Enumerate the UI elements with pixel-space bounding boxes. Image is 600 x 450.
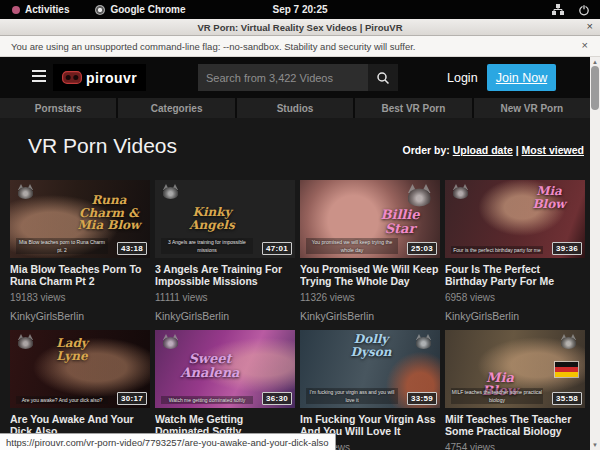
- video-card[interactable]: Mia Blow Four is the perfect birthday pa…: [445, 180, 585, 322]
- scrollbar-thumb[interactable]: [591, 66, 599, 110]
- video-thumbnail[interactable]: Runa Charm & Mia Blow Mia Blow teaches p…: [10, 180, 150, 258]
- video-duration-badge: 33:59: [407, 392, 437, 405]
- video-duration-badge: 35:58: [552, 392, 582, 405]
- chrome-app-menu[interactable]: Google Chrome: [95, 4, 185, 15]
- menu-item-new-vr-porn[interactable]: New VR Porn: [474, 98, 590, 118]
- video-duration-badge: 43:18: [117, 242, 147, 255]
- thumbnail-caption: MILF teaches the teacher some practical …: [451, 388, 543, 404]
- logo-text: pirouvr: [86, 70, 137, 86]
- order-by-separator: |: [516, 144, 519, 156]
- video-thumbnail[interactable]: Kinky Angels 3 Angels are training for i…: [155, 180, 295, 258]
- window-titlebar[interactable]: VR Porn: Virtual Reality Sex Videos | Pi…: [0, 19, 600, 36]
- thumbnail-caption: 3 Angels are training for impossible mis…: [161, 238, 253, 254]
- thumbnail-overlay-title: Runa Charm & Mia Blow: [72, 194, 146, 232]
- video-views: 11326 views: [300, 292, 440, 303]
- video-views: 11111 views: [155, 292, 295, 303]
- site-logo[interactable]: pirouvr: [53, 64, 146, 91]
- window-title: VR Porn: Virtual Reality Sex Videos | Pi…: [197, 22, 402, 33]
- search-input[interactable]: [198, 64, 368, 91]
- thumbnail-caption: Mia Blow teaches porn to Runa Charm pt. …: [16, 238, 108, 254]
- power-icon[interactable]: [578, 4, 590, 16]
- scrollbar-up-arrow-icon[interactable]: ▲: [590, 58, 600, 66]
- window-close-icon[interactable]: ×: [587, 20, 593, 32]
- chrome-icon: [95, 5, 105, 15]
- studio-watermark-cat-icon: [17, 334, 34, 349]
- studio-watermark-cat-icon: [17, 184, 34, 199]
- thumbnail-caption: Watch me getting dominated softly: [161, 396, 253, 404]
- video-card[interactable]: Lady Lyne Are you awake? And your dick a…: [10, 330, 150, 450]
- thumbnail-overlay-title: Billie Star: [368, 208, 432, 235]
- thumbnail-overlay-title: Mia Blow: [519, 185, 579, 210]
- menu-item-categories[interactable]: Categories: [118, 98, 234, 118]
- video-studio-link[interactable]: KinkyGirlsBerlin: [445, 310, 585, 322]
- video-duration-badge: 30:17: [117, 392, 147, 405]
- video-duration-badge: 36:30: [262, 392, 292, 405]
- thumbnail-overlay-title: Lady Lyne: [42, 337, 102, 362]
- video-card[interactable]: Dolly Dyson I'm fucking your virgin ass …: [300, 330, 440, 450]
- video-card[interactable]: Kinky Angels 3 Angels are training for i…: [155, 180, 295, 322]
- menu-item-pornstars[interactable]: Pornstars: [0, 98, 116, 118]
- video-studio-link[interactable]: KinkyGirlsBerlin: [10, 310, 150, 322]
- vr-headset-icon: [62, 71, 82, 84]
- clock[interactable]: Sep 7 20:25: [0, 4, 600, 15]
- video-duration-badge: 25:03: [407, 242, 437, 255]
- studio-watermark-cat-icon: [162, 184, 179, 199]
- video-title[interactable]: 3 Angels Are Training For Impossible Mis…: [155, 263, 295, 287]
- warning-close-icon[interactable]: ×: [582, 39, 588, 51]
- video-card[interactable]: Mia Blow MILF teaches the teacher some p…: [445, 330, 585, 450]
- thumbnail-caption: Are you awake? And your dick also?: [16, 396, 108, 404]
- join-now-button[interactable]: Join Now: [487, 64, 556, 91]
- order-by-most-viewed-link[interactable]: Most viewed: [522, 144, 584, 156]
- order-by-label: Order by:: [402, 144, 449, 156]
- video-views: 4754 views: [445, 442, 585, 450]
- main-menu: Pornstars Categories Studios Best VR Por…: [0, 98, 590, 118]
- network-icon[interactable]: [552, 4, 564, 15]
- search-button[interactable]: [368, 64, 398, 91]
- chrome-app-label: Google Chrome: [110, 4, 185, 15]
- video-title[interactable]: Mia Blow Teaches Porn To Runa Charm Pt 2: [10, 263, 150, 287]
- studio-watermark-cat-icon: [415, 334, 432, 349]
- thumbnail-overlay-title: Sweet Analena: [173, 352, 247, 379]
- video-views: 19183 views: [10, 292, 150, 303]
- thumbnail-overlay-title: Dolly Dyson: [338, 333, 404, 358]
- video-thumbnail[interactable]: Mia Blow MILF teaches the teacher some p…: [445, 330, 585, 408]
- studio-watermark-cat-icon: [162, 334, 179, 349]
- order-by-upload-date-link[interactable]: Upload date: [453, 144, 513, 156]
- video-studio-link[interactable]: KinkyGirlsBerlin: [300, 310, 440, 322]
- video-title[interactable]: Four Is The Perfect Birthday Party For M…: [445, 263, 585, 287]
- video-thumbnail[interactable]: Billie Star You promised we will keep tr…: [300, 180, 440, 258]
- warning-message: You are using an unsupported command-lin…: [11, 41, 416, 52]
- thumbnail-overlay-title: Kinky Angels: [181, 206, 243, 231]
- menu-item-best-vr-porn[interactable]: Best VR Porn: [355, 98, 471, 118]
- video-card[interactable]: Runa Charm & Mia Blow Mia Blow teaches p…: [10, 180, 150, 322]
- studio-watermark-cat-icon: [560, 334, 577, 349]
- video-thumbnail[interactable]: Dolly Dyson I'm fucking your virgin ass …: [300, 330, 440, 408]
- video-thumbnail[interactable]: Sweet Analena Watch me getting dominated…: [155, 330, 295, 408]
- thumbnail-caption: Four is the perfect birthday party for m…: [451, 246, 543, 254]
- menu-item-studios[interactable]: Studios: [237, 98, 353, 118]
- video-thumbnail[interactable]: Mia Blow Four is the perfect birthday pa…: [445, 180, 585, 258]
- scrollbar-down-arrow-icon[interactable]: ▼: [590, 441, 600, 449]
- hamburger-menu-icon[interactable]: [32, 70, 46, 82]
- studio-watermark-cat-icon: [407, 184, 433, 207]
- system-top-bar: Activities Google Chrome Sep 7 20:25: [0, 0, 600, 19]
- page-title: VR Porn Videos: [28, 134, 177, 158]
- status-bar-url: https://pirouvr.com/vr-porn-video/779325…: [0, 433, 336, 450]
- video-card[interactable]: Billie Star You promised we will keep tr…: [300, 180, 440, 322]
- chrome-warning-bar: You are using an unsupported command-lin…: [0, 36, 600, 57]
- video-title[interactable]: Milf Teaches The Teacher Some Practical …: [445, 413, 585, 437]
- thumbnail-caption: You promised we will keep trying the who…: [306, 238, 398, 254]
- video-card[interactable]: Sweet Analena Watch me getting dominated…: [155, 330, 295, 450]
- login-link[interactable]: Login: [441, 57, 484, 98]
- video-views: 6958 views: [445, 292, 585, 303]
- video-studio-link[interactable]: KinkyGirlsBerlin: [155, 310, 295, 322]
- browser-scrollbar[interactable]: ▲ ▼: [590, 57, 600, 450]
- video-title[interactable]: You Promised We Will Keep Trying The Who…: [300, 263, 440, 287]
- search-icon: [376, 71, 390, 85]
- site-navbar: pirouvr Login Join Now: [0, 57, 590, 98]
- order-by-controls: Order by: Upload date | Most viewed: [402, 144, 584, 156]
- video-thumbnail[interactable]: Lady Lyne Are you awake? And your dick a…: [10, 330, 150, 408]
- studio-watermark-cat-icon: [452, 184, 469, 199]
- video-duration-badge: 47:01: [262, 242, 292, 255]
- german-flag-icon: [555, 362, 578, 377]
